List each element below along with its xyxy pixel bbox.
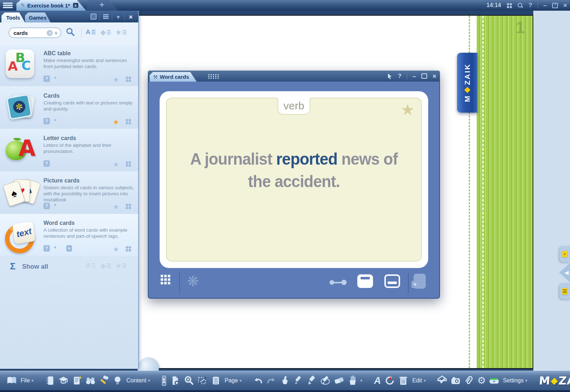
card-favorite-star-icon[interactable]: ★ <box>401 100 415 119</box>
pin-to-grid-icon[interactable] <box>125 246 131 252</box>
panel-maximize-icon[interactable] <box>87 14 99 21</box>
card-back-view-button[interactable] <box>384 274 400 288</box>
sort-by-type-icon[interactable]: ◆ <box>100 28 111 36</box>
paperclip-icon[interactable] <box>464 375 475 386</box>
pin-to-grid-icon[interactable] <box>125 119 131 124</box>
app-grid-icon[interactable] <box>506 2 512 8</box>
favorite-star-icon[interactable]: ★ <box>113 76 119 84</box>
panel-close-icon[interactable]: × <box>125 13 137 21</box>
page-caret-icon[interactable]: ▼ <box>239 378 243 383</box>
tab-tools[interactable]: Tools <box>1 12 25 22</box>
layers-toggle-icon[interactable] <box>489 375 499 386</box>
rotate-icon[interactable] <box>384 375 395 386</box>
panel-collapse-icon[interactable]: ▼ <box>112 14 124 20</box>
gear-icon[interactable]: ⚙ <box>477 375 486 386</box>
zoom-icon[interactable] <box>183 375 194 386</box>
open-book-icon[interactable] <box>6 375 17 386</box>
settings-caret-icon[interactable]: ▼ <box>524 378 528 383</box>
tool-help-icon[interactable]: ? <box>43 245 50 252</box>
edit-caret-icon[interactable]: ▼ <box>423 378 427 383</box>
card-side-toggle[interactable] <box>330 279 347 285</box>
content-caret-icon[interactable]: ▼ <box>147 378 151 383</box>
page-edge-green[interactable]: 1 <box>477 16 533 368</box>
panel-menu-icon[interactable] <box>100 14 112 21</box>
tool-help-icon[interactable]: ? <box>43 118 50 124</box>
minimize-icon[interactable]: – <box>543 4 547 7</box>
pen-icon[interactable] <box>293 375 304 386</box>
binoculars-icon[interactable] <box>85 375 96 386</box>
show-all-button[interactable]: Show all <box>22 263 48 270</box>
window-minimize-icon[interactable]: – <box>413 74 416 78</box>
select-area-icon[interactable] <box>197 375 208 386</box>
sort-by-favorites-icon[interactable]: ★ <box>115 262 126 270</box>
deck-grid-icon[interactable] <box>160 274 171 285</box>
page-list-icon[interactable] <box>211 375 221 386</box>
search-history-chevron-icon[interactable]: ∨ <box>54 30 58 36</box>
graduation-cap-icon[interactable] <box>58 375 69 386</box>
search-input[interactable]: cards × ∨ <box>9 27 61 38</box>
clipboard-edge-tab[interactable] <box>559 283 570 299</box>
tools-hammer-icon[interactable] <box>99 375 109 386</box>
add-card-icon[interactable] <box>414 274 426 289</box>
homework-check-icon[interactable] <box>437 375 447 386</box>
window-drag-grip[interactable] <box>208 74 219 79</box>
card-front-view-button[interactable] <box>357 274 373 288</box>
pen-recognition-icon[interactable] <box>320 375 331 386</box>
edit-menu[interactable]: Edit <box>412 377 422 384</box>
page-menu[interactable]: Page <box>225 377 238 384</box>
trash-icon[interactable] <box>398 375 409 386</box>
file-menu[interactable]: File <box>21 377 30 384</box>
word-cards-titlebar[interactable]: ⚒ Word cards ? – × <box>148 71 440 82</box>
help-icon[interactable]: ? <box>528 2 532 9</box>
eraser-icon[interactable] <box>334 375 344 386</box>
sort-alphabetical-icon[interactable]: A <box>86 262 95 269</box>
tool-help-icon[interactable]: ? <box>43 203 50 209</box>
text-tool-icon[interactable]: A <box>374 375 381 386</box>
tool-item-cards[interactable]: ✼ Cards Creating cards with text or pict… <box>0 87 138 129</box>
notebook-icon[interactable] <box>45 375 55 386</box>
clear-search-icon[interactable]: × <box>47 30 53 36</box>
redo-icon[interactable] <box>266 375 277 386</box>
restore-icon[interactable]: ↗ <box>552 3 558 8</box>
card-back-ornament-icon[interactable]: ❋ <box>187 273 199 289</box>
window-help-icon[interactable]: ? <box>398 73 401 79</box>
favorite-star-icon[interactable]: ★ <box>113 203 119 211</box>
pin-to-grid-icon[interactable] <box>125 161 131 167</box>
window-maximize-icon[interactable] <box>421 73 427 79</box>
new-page-edge-tab[interactable]: + <box>559 246 570 262</box>
new-tab-button[interactable]: + <box>86 0 118 11</box>
file-caret-icon[interactable]: ▼ <box>31 378 35 383</box>
add-page-icon[interactable] <box>170 375 181 386</box>
pointer-mode-icon[interactable] <box>387 73 393 79</box>
pin-to-grid-icon[interactable] <box>125 76 131 82</box>
lesson-document-icon[interactable] <box>72 375 82 386</box>
favorite-star-icon[interactable]: ★ <box>113 160 119 169</box>
undo-icon[interactable] <box>253 375 263 386</box>
favorite-star-icon-active[interactable]: ★ <box>113 118 119 126</box>
tool-item-picture-cards[interactable]: ♦ ♥ ♠ Picture cards Sixteen decks of car… <box>0 172 138 213</box>
tool-item-abc-table[interactable]: A B C ABC table Make meaningful words an… <box>0 45 138 86</box>
favorite-star-icon[interactable]: ★ <box>113 245 119 253</box>
tool-add-icon[interactable]: + <box>66 245 72 252</box>
sort-by-type-icon[interactable]: ◆ <box>100 262 111 270</box>
tool-item-letter-cards[interactable]: A Letter cards Letters of the alphabet a… <box>0 129 138 171</box>
word-cards-window-tab[interactable]: ⚒ Word cards <box>150 72 197 82</box>
idea-bulb-icon[interactable] <box>112 375 123 386</box>
sort-alphabetical-icon[interactable]: A <box>86 28 95 36</box>
tool-item-word-cards[interactable]: text Word cards A collection of word car… <box>0 214 138 256</box>
pens-caret-icon[interactable]: ▼ <box>359 378 363 383</box>
page-number-box[interactable]: 1 <box>162 375 166 386</box>
sort-by-favorites-icon[interactable]: ★ <box>115 28 126 36</box>
close-icon[interactable]: × <box>563 1 567 9</box>
collapse-panel-tab[interactable]: ◀ <box>558 263 570 282</box>
hand-pointer-icon[interactable] <box>280 375 290 386</box>
search-button[interactable] <box>66 27 75 38</box>
word-card[interactable]: verb ★ A journalist reported news of the… <box>160 91 428 268</box>
camera-icon[interactable] <box>450 375 461 386</box>
tool-help-icon[interactable]: ? <box>43 76 50 82</box>
exercise-book-tab[interactable]: ✎ Exercise book 1* x <box>16 0 86 11</box>
settings-menu[interactable]: Settings <box>503 377 524 384</box>
tool-help-icon[interactable]: ? <box>43 160 50 167</box>
tab-close-icon[interactable]: x <box>73 3 78 8</box>
tab-games[interactable]: Games <box>25 12 51 22</box>
